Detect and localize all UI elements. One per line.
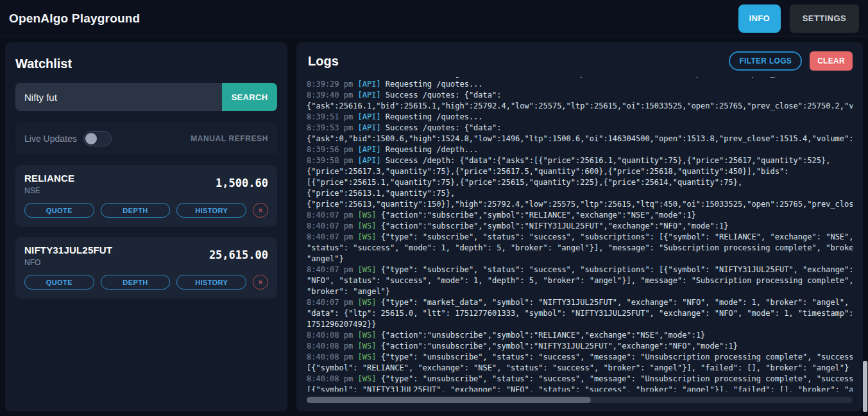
log-tag-ws: [WS] bbox=[357, 232, 376, 241]
log-line: 8:39:40 pm [API] Success /quotes: {"data… bbox=[307, 90, 853, 101]
log-timestamp: 8:39:40 pm bbox=[307, 91, 353, 100]
log-line: "broker": "angel"} bbox=[307, 286, 853, 297]
history-button[interactable]: HISTORY bbox=[176, 203, 246, 218]
log-line: "angel"} bbox=[307, 254, 853, 264]
watchlist-card: NIFTY31JUL25FUT NFO 25,615.00 QUOTE DEPT… bbox=[15, 237, 277, 299]
log-line: 8:40:08 pm [WS] {"action":"unsubscribe",… bbox=[307, 341, 853, 352]
refresh-mode-label: MANUAL REFRESH bbox=[191, 134, 268, 143]
log-line: {"ask":0,"bid":1500.6,"high":1524.8,"low… bbox=[307, 134, 853, 144]
log-timestamp: 8:39:56 pm bbox=[307, 145, 353, 154]
log-tag-ws: [WS] bbox=[357, 342, 376, 351]
log-line: 8:40:07 pm [WS] {"type": "subscribe", "s… bbox=[307, 232, 853, 243]
log-tag-ws: [WS] bbox=[357, 265, 376, 274]
log-line: "NFO", "status": "success", "mode": 1, "… bbox=[307, 275, 853, 286]
log-tag-api: [API] bbox=[357, 91, 380, 100]
symbol-block: NIFTY31JUL25FUT NFO bbox=[24, 245, 112, 267]
card-top: NIFTY31JUL25FUT NFO 25,615.00 bbox=[24, 245, 268, 267]
log-tag-api: [API] bbox=[357, 145, 380, 154]
live-updates-label: Live Updates bbox=[24, 134, 77, 144]
log-timestamp: 8:40:07 pm bbox=[307, 298, 353, 307]
log-line: {"price":25617.3,"quantity":75},{"price"… bbox=[307, 166, 853, 177]
clear-logs-button[interactable]: CLEAR bbox=[810, 51, 853, 71]
log-timestamp: 8:40:07 pm bbox=[307, 265, 353, 274]
depth-button[interactable]: DEPTH bbox=[101, 203, 171, 218]
log-tag-ws: [WS] bbox=[357, 298, 376, 307]
log-line: [{"symbol": "NIFTY31JUL25FUT", "exchange… bbox=[307, 385, 853, 392]
watchlist-panel: Watchlist SEARCH Live Updates MANUAL REF… bbox=[5, 42, 287, 411]
info-button[interactable]: INFO bbox=[738, 4, 781, 33]
logs-title: Logs bbox=[308, 54, 339, 69]
app-title: OpenAlgo Playground bbox=[9, 12, 140, 26]
log-line: "status": "success", "mode": 1, "depth":… bbox=[307, 243, 853, 254]
watchlist-title: Watchlist bbox=[15, 56, 277, 71]
remove-symbol-button[interactable]: × bbox=[253, 275, 268, 290]
log-timestamp: 8:40:07 pm bbox=[307, 211, 353, 220]
logs-panel: Logs FILTER LOGS CLEAR {"ask":25616.1,"b… bbox=[296, 42, 863, 411]
symbol-name: RELIANCE bbox=[24, 173, 74, 184]
log-timestamp: 8:39:51 pm bbox=[307, 112, 353, 121]
live-updates-row: Live Updates MANUAL REFRESH bbox=[15, 123, 277, 155]
quote-button[interactable]: QUOTE bbox=[24, 275, 94, 290]
log-console[interactable]: {"ask":25616.1,"bid":25615.1,"high":2579… bbox=[307, 77, 853, 392]
log-line: [{"symbol": "RELIANCE", "exchange": "NSE… bbox=[307, 363, 853, 374]
symbol-block: RELIANCE NSE bbox=[24, 173, 74, 195]
search-row: SEARCH bbox=[15, 83, 277, 111]
log-line: 8:39:51 pm [API] Requesting /quotes... bbox=[307, 112, 853, 123]
log-line: "data": {"ltp": 25615.0, "ltt": 17512776… bbox=[307, 308, 853, 319]
last-price: 25,615.00 bbox=[209, 248, 268, 261]
log-line: 8:39:58 pm [API] Success /depth: {"data"… bbox=[307, 155, 853, 166]
log-line: 8:40:07 pm [WS] {"action":"subscribe","s… bbox=[307, 210, 853, 221]
header-actions: INFO SETTINGS bbox=[738, 4, 859, 33]
log-line: 8:40:08 pm [WS] {"type": "unsubscribe", … bbox=[307, 374, 853, 385]
log-line: [{"price":25615.1,"quantity":75},{"price… bbox=[307, 177, 853, 188]
log-line: 8:40:08 pm [WS] {"type": "unsubscribe", … bbox=[307, 352, 853, 363]
log-timestamp: 8:40:08 pm bbox=[307, 331, 353, 340]
settings-button[interactable]: SETTINGS bbox=[790, 4, 859, 33]
log-line: 8:40:07 pm [WS] {"type": "subscribe", "s… bbox=[307, 264, 853, 275]
log-timestamp: 8:40:08 pm bbox=[307, 352, 353, 361]
quote-button[interactable]: QUOTE bbox=[24, 203, 94, 218]
log-tag-ws: [WS] bbox=[357, 221, 376, 230]
card-actions: QUOTE DEPTH HISTORY × bbox=[24, 275, 268, 290]
card-top: RELIANCE NSE 1,500.60 bbox=[24, 173, 268, 195]
symbol-name: NIFTY31JUL25FUT bbox=[24, 245, 112, 256]
log-console-content: {"ask":25616.1,"bid":25615.1,"high":2579… bbox=[307, 77, 853, 392]
filter-logs-button[interactable]: FILTER LOGS bbox=[729, 51, 802, 71]
log-tag-ws: [WS] bbox=[357, 374, 376, 383]
last-price: 1,500.60 bbox=[216, 177, 268, 189]
log-tag-api: [API] bbox=[357, 156, 380, 165]
toggle-knob-icon bbox=[85, 133, 97, 144]
remove-symbol-button[interactable]: × bbox=[253, 203, 268, 218]
log-timestamp: 8:40:08 pm bbox=[307, 374, 353, 383]
main-content: Watchlist SEARCH Live Updates MANUAL REF… bbox=[0, 37, 868, 416]
search-input[interactable] bbox=[15, 83, 222, 111]
log-tag-ws: [WS] bbox=[357, 211, 376, 220]
log-line: 8:39:29 pm [API] Requesting /quotes... bbox=[307, 79, 853, 90]
logs-header: Logs FILTER LOGS CLEAR bbox=[307, 51, 853, 71]
log-timestamp: 8:40:07 pm bbox=[307, 221, 353, 230]
log-tag-ws: [WS] bbox=[357, 331, 376, 340]
log-horizontal-scrollbar[interactable] bbox=[307, 397, 853, 403]
history-button[interactable]: HISTORY bbox=[176, 275, 246, 290]
log-line: 8:40:08 pm [WS] {"action":"unsubscribe",… bbox=[307, 330, 853, 341]
log-timestamp: 8:39:29 pm bbox=[307, 80, 353, 89]
log-line: {"price":25613,"quantity":150}],"high":2… bbox=[307, 199, 853, 210]
log-line: {"ask":25616.1,"bid":25615.1,"high":2579… bbox=[307, 101, 853, 112]
header: OpenAlgo Playground INFO SETTINGS bbox=[0, 0, 868, 37]
log-tag-api: [API] bbox=[357, 80, 380, 89]
search-button[interactable]: SEARCH bbox=[222, 83, 277, 111]
log-line: 8:40:07 pm [WS] {"action":"subscribe","s… bbox=[307, 221, 853, 232]
horizontal-scrollbar-thumb[interactable] bbox=[307, 397, 591, 403]
log-line: 8:39:56 pm [API] Requesting /depth... bbox=[307, 144, 853, 155]
live-updates-toggle[interactable] bbox=[83, 131, 112, 146]
log-line: 8:39:53 pm [API] Success /quotes: {"data… bbox=[307, 123, 853, 134]
card-actions: QUOTE DEPTH HISTORY × bbox=[24, 203, 268, 218]
log-timestamp: 8:40:07 pm bbox=[307, 232, 353, 241]
log-line: 1751296207492}} bbox=[307, 319, 853, 330]
depth-button[interactable]: DEPTH bbox=[101, 275, 171, 290]
page-vertical-scrollbar-thumb[interactable] bbox=[863, 361, 867, 412]
log-timestamp: 8:39:58 pm bbox=[307, 156, 353, 165]
log-tag-api: [API] bbox=[357, 123, 380, 132]
log-timestamp: 8:39:53 pm bbox=[307, 123, 353, 132]
log-timestamp: 8:40:08 pm bbox=[307, 342, 353, 351]
